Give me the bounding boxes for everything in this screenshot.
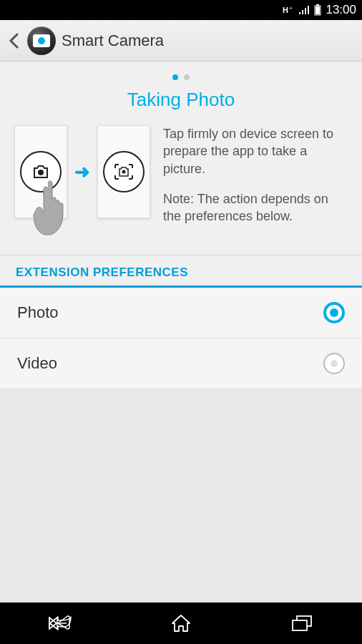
back-button[interactable] [6,33,21,49]
page-dot[interactable] [172,74,178,80]
nav-back-button[interactable] [42,609,78,638]
page-dot[interactable] [184,74,190,80]
app-title: Smart Camera [62,31,164,50]
hand-tap-icon [31,177,72,236]
pref-label: Video [17,354,57,373]
illustration-cards: ➜ [14,125,150,218]
page-indicator [0,62,362,84]
tutorial-description: Tap firmly on device screen to prepare t… [150,125,348,238]
svg-point-7 [122,170,126,174]
section-heading: Taking Photo [0,84,362,121]
svg-rect-4 [315,6,320,14]
status-time: 13:00 [326,3,356,17]
network-hplus-icon: H+ [283,5,294,15]
card-after [97,125,150,218]
pref-item-photo[interactable]: Photo [0,288,362,338]
app-bar: Smart Camera [0,20,362,62]
radio-photo[interactable] [323,302,345,323]
svg-point-5 [38,170,44,175]
pref-item-video[interactable]: Video [0,338,362,389]
nav-home-button[interactable] [163,609,199,638]
system-nav-bar [0,602,362,644]
radio-video[interactable] [323,353,345,374]
nav-recent-button[interactable] [284,609,320,638]
arrow-right-icon: ➜ [74,161,90,183]
camera-focus-circle-icon [103,151,145,192]
preferences-header: EXTENSION PREFERENCES [0,255,362,288]
preference-list: Photo Video [0,288,362,389]
battery-icon [314,4,321,16]
description-line-1: Tap firmly on device screen to prepare t… [163,125,348,177]
svg-rect-3 [316,4,319,6]
content: Taking Photo ➜ [0,62,362,389]
svg-rect-9 [293,620,307,630]
tutorial-row: ➜ Tap firmly on device screen to prepare… [0,121,362,255]
signal-icon [298,5,310,15]
card-before [14,125,67,218]
description-line-2: Note: The action depends on the preferen… [163,190,348,225]
app-icon [27,26,56,55]
svg-text:H: H [283,6,288,14]
svg-text:+: + [289,5,293,11]
status-bar: H+ 13:00 [0,0,362,20]
pref-label: Photo [17,303,59,322]
